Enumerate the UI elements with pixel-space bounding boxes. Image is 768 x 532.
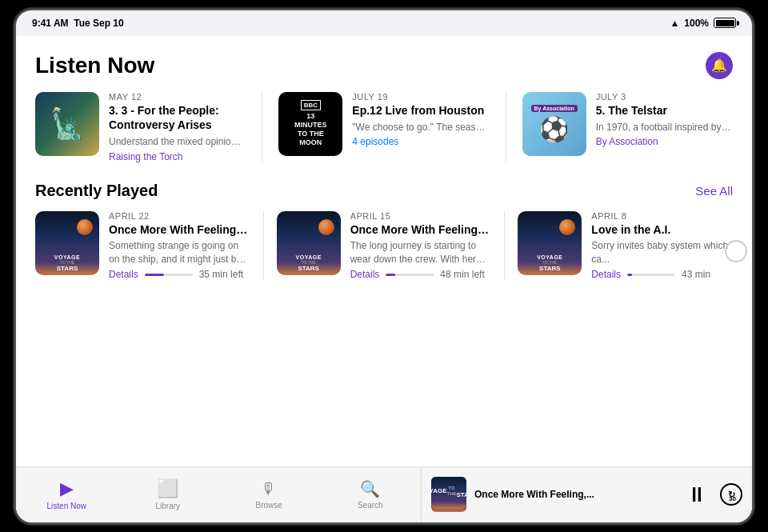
tab-section: ▶ Listen Now ⬜ Library 🎙 Browse 🔍 Search [16, 467, 421, 522]
home-indicator[interactable] [725, 240, 747, 262]
episode-title-bbc: Ep.12 Live from Houston [352, 103, 489, 118]
played-card-voyage-2[interactable]: VOYAGE TO THE STARS APRIL 22 Once More W… [35, 211, 250, 281]
played-desc-voyage-ai: Sorry invites baby system which ca... [591, 239, 733, 266]
played-desc-voyage-2: Something strange is going on on the shi… [109, 239, 250, 266]
played-artwork-voyage-ai: VOYAGE TO THE STARS [518, 211, 582, 275]
page-title: Listen Now [35, 53, 154, 78]
pause-button[interactable]: ⏸ [686, 482, 707, 507]
episode-desc-bbc: "We choose to go." The season finale com… [352, 121, 489, 134]
tab-library[interactable]: ⬜ Library [118, 467, 219, 522]
featured-episode-association[interactable]: By Association ⚽ JULY 3 5. The Telstar I… [522, 92, 733, 162]
time-left-voyage-ai: 43 min [682, 269, 710, 280]
tab-listen-now[interactable]: ▶ Listen Now [16, 467, 118, 522]
ipad-frame: 9:41 AM Tue Sep 10 ▲ 100% Listen Now 🔔 🗽 [16, 10, 752, 522]
details-link-voyage-ai[interactable]: Details [591, 269, 621, 280]
episode-desc-raising: Understand the mixed opinions surro... [109, 135, 246, 149]
episode-date-bbc: JULY 19 [352, 92, 489, 102]
progress-bar-voyage-2 [145, 274, 193, 276]
featured-episode-raising-torch[interactable]: 🗽 MAY 12 3. 3 - For the People: Controve… [35, 92, 246, 162]
search-icon: 🔍 [360, 479, 380, 498]
now-playing-controls: ⏸ ↻30 [686, 482, 742, 507]
see-all-button[interactable]: See All [695, 184, 733, 198]
episode-date-association: JULY 3 [596, 92, 733, 102]
tab-label-browse: Browse [256, 501, 282, 510]
played-title-voyage-1: Once More With Feeling, Part 1E [350, 222, 492, 237]
featured-episode-bbc[interactable]: BBC 13MINUTESTO THEMOON JULY 19 Ep.12 Li… [278, 92, 489, 162]
episode-link-bbc[interactable]: 4 episodes [352, 136, 489, 147]
episode-artwork-association: By Association ⚽ [522, 92, 586, 156]
soccer-ball-icon: ⚽ [539, 115, 569, 143]
listen-now-icon: ▶ [60, 478, 74, 499]
browse-icon: 🎙 [261, 480, 277, 498]
planet-icon-2 [318, 219, 334, 235]
played-meta-voyage-2: APRIL 22 Once More With Feeling, Part 2E… [109, 211, 250, 281]
battery-icon [714, 18, 736, 28]
featured-episodes-row: 🗽 MAY 12 3. 3 - For the People: Controve… [35, 92, 733, 162]
played-artwork-voyage-2: VOYAGE TO THE STARS [35, 211, 99, 275]
tab-label-library: Library [155, 502, 180, 510]
episode-link-association[interactable]: By Association [596, 136, 733, 147]
tab-browse[interactable]: 🎙 Browse [218, 467, 320, 522]
recently-played-header: Recently Played See All [35, 182, 733, 200]
played-meta-voyage-ai: APRIL 8 Love in the A.I. Sorry invites b… [591, 211, 733, 281]
episode-title-association: 5. The Telstar [596, 103, 733, 118]
time-left-voyage-1: 48 min left [440, 269, 484, 280]
status-right: ▲ 100% [670, 18, 736, 29]
recently-played-row: VOYAGE TO THE STARS APRIL 22 Once More W… [35, 211, 733, 281]
played-artwork-voyage-1: VOYAGE TO THE STARS [277, 211, 341, 275]
notification-button[interactable]: 🔔 [706, 52, 733, 79]
played-footer-voyage-1: Details 48 min left [350, 269, 492, 280]
skip-forward-button[interactable]: ↻30 [720, 483, 742, 506]
card-divider-4 [504, 211, 505, 281]
by-association-label: By Association [531, 105, 578, 112]
tab-label-listen-now: Listen Now [47, 502, 86, 510]
played-footer-voyage-2: Details 35 min left [109, 269, 250, 280]
played-card-voyage-1[interactable]: VOYAGE TO THE STARS APRIL 15 Once More W… [277, 211, 492, 281]
torch-statue-icon: 🗽 [50, 107, 86, 141]
episode-link-raising[interactable]: Raising the Torch [109, 151, 246, 162]
page-header: Listen Now 🔔 [35, 52, 733, 79]
now-playing-info: Once More With Feeling,... [474, 489, 678, 500]
episode-title-raising: 3. 3 - For the People: Controversy Arise… [109, 103, 246, 132]
episode-meta-bbc: JULY 19 Ep.12 Live from Houston "We choo… [352, 92, 489, 162]
progress-fill-voyage-2 [145, 274, 164, 276]
played-meta-voyage-1: APRIL 15 Once More With Feeling, Part 1E… [350, 211, 492, 281]
episode-artwork-raising: 🗽 [35, 92, 99, 156]
tab-label-search: Search [358, 501, 383, 510]
episode-artwork-bbc: BBC 13MINUTESTO THEMOON [278, 92, 342, 156]
bbc-show-title: 13MINUTESTO THEMOON [294, 112, 327, 146]
episode-meta-association: JULY 3 5. The Telstar In 1970, a footbal… [596, 92, 733, 162]
now-playing-artwork: VOYAGETO THESTARS [431, 477, 466, 512]
episode-date-raising: MAY 12 [109, 92, 246, 102]
card-divider-1 [262, 92, 262, 162]
details-link-voyage-1[interactable]: Details [350, 269, 380, 280]
episode-desc-association: In 1970, a football inspired by a NAS... [596, 121, 733, 134]
details-link-voyage-2[interactable]: Details [109, 269, 138, 280]
played-desc-voyage-1: The long journey is starting to wear dow… [350, 239, 492, 266]
progress-fill-voyage-1 [386, 274, 395, 276]
card-divider-2 [506, 92, 506, 162]
played-footer-voyage-ai: Details 43 min [591, 269, 733, 280]
bottom-tab-bar: ▶ Listen Now ⬜ Library 🎙 Browse 🔍 Search [16, 466, 752, 522]
library-icon: ⬜ [157, 478, 178, 499]
status-bar: 9:41 AM Tue Sep 10 ▲ 100% [16, 10, 752, 36]
now-playing-bar[interactable]: VOYAGETO THESTARS Once More With Feeling… [421, 467, 752, 522]
played-date-voyage-ai: APRIL 8 [591, 211, 733, 221]
planet-icon-3 [559, 219, 575, 235]
tab-search[interactable]: 🔍 Search [320, 467, 422, 522]
progress-bar-voyage-ai [627, 274, 675, 276]
card-divider-3 [263, 211, 264, 281]
progress-fill-voyage-ai [627, 274, 632, 276]
progress-bar-voyage-1 [386, 274, 434, 276]
recently-played-title: Recently Played [35, 182, 158, 200]
status-time: 9:41 AM Tue Sep 10 [32, 18, 124, 29]
battery-percent: 100% [684, 18, 709, 29]
played-title-voyage-2: Once More With Feeling, Part 2E [109, 222, 250, 237]
now-playing-title: Once More With Feeling,... [474, 489, 678, 500]
played-title-voyage-ai: Love in the A.I. [591, 222, 733, 237]
main-content: Listen Now 🔔 🗽 MAY 12 3. 3 - For the Peo… [16, 36, 752, 466]
played-date-voyage-2: APRIL 22 [109, 211, 250, 221]
wifi-icon: ▲ [670, 18, 679, 29]
played-card-voyage-ai[interactable]: VOYAGE TO THE STARS APRIL 8 Love in the … [518, 211, 733, 281]
planet-icon [77, 219, 93, 235]
